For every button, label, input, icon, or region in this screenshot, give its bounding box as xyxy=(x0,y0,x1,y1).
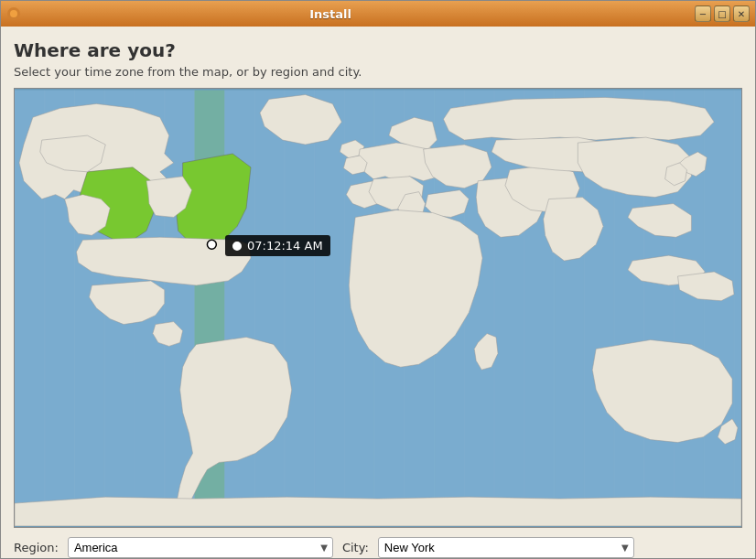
svg-point-1 xyxy=(10,10,17,17)
maximize-button[interactable]: □ xyxy=(714,5,730,22)
location-marker xyxy=(207,240,216,249)
time-tooltip: 07:12:14 AM xyxy=(225,235,330,256)
city-select[interactable]: New York Los Angeles Chicago Houston Pho… xyxy=(378,537,634,558)
world-map[interactable]: 07:12:14 AM xyxy=(14,88,742,528)
titlebar: Install − □ ✕ xyxy=(1,1,755,27)
region-city-row: Region: America Africa Antarctica Arctic… xyxy=(14,528,742,559)
page-subtitle: Select your time zone from the map, or b… xyxy=(14,65,742,79)
minimize-button[interactable]: − xyxy=(695,5,711,22)
main-content: Where are you? Select your time zone fro… xyxy=(1,27,755,559)
tooltip-dot xyxy=(232,242,242,251)
region-label: Region: xyxy=(14,541,59,554)
close-button[interactable]: ✕ xyxy=(733,5,750,22)
window-title: Install xyxy=(21,7,640,21)
city-select-wrapper: New York Los Angeles Chicago Houston Pho… xyxy=(378,537,634,558)
map-svg xyxy=(15,89,741,527)
app-icon xyxy=(6,6,21,21)
city-label: City: xyxy=(342,541,369,554)
install-window: Install − □ ✕ Where are you? Select your… xyxy=(0,0,756,559)
region-select[interactable]: America Africa Antarctica Arctic Asia At… xyxy=(68,537,333,558)
titlebar-left xyxy=(6,6,21,21)
titlebar-buttons: − □ ✕ xyxy=(695,5,750,22)
page-title: Where are you? xyxy=(14,39,742,61)
time-display: 07:12:14 AM xyxy=(247,239,323,253)
region-select-wrapper: America Africa Antarctica Arctic Asia At… xyxy=(68,537,333,558)
